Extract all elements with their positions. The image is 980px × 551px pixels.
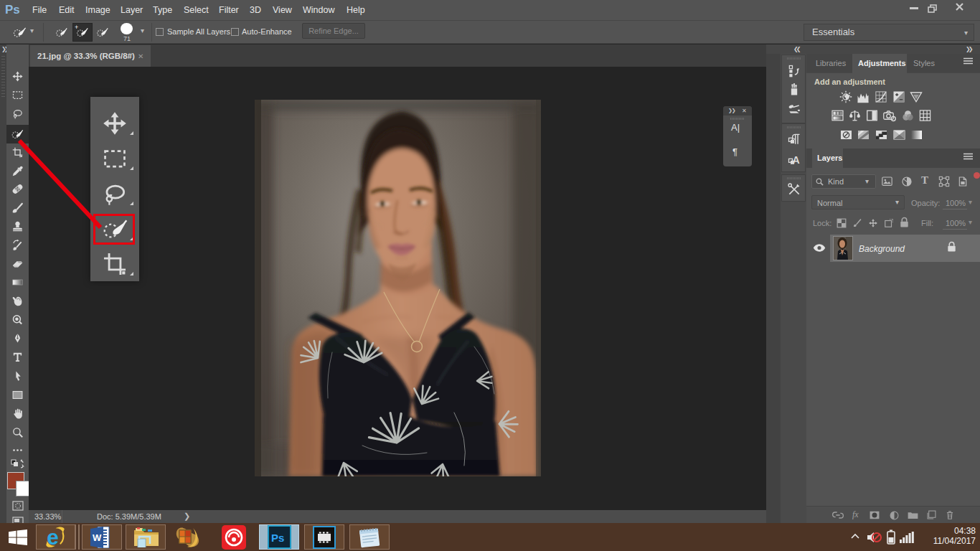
svg-text:Ps: Ps: [5, 3, 20, 17]
svg-text:W: W: [93, 532, 102, 543]
svg-text:Ps: Ps: [271, 532, 284, 544]
